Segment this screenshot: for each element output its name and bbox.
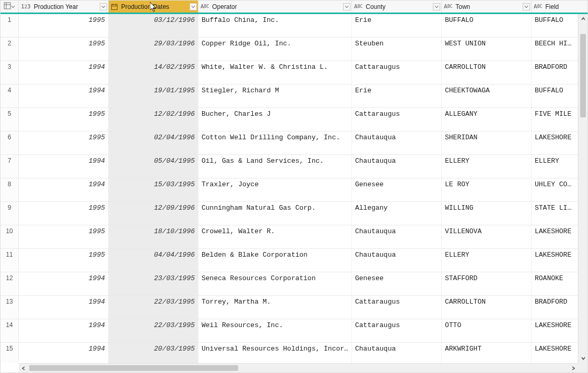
cell-field[interactable]: LAKESHORE bbox=[532, 319, 578, 342]
scroll-up-arrow[interactable] bbox=[579, 14, 587, 23]
cell-county[interactable]: Cattaraugus bbox=[352, 296, 442, 319]
cell-operator[interactable]: Bucher, Charles J bbox=[198, 108, 352, 131]
cell-town[interactable]: CARROLLTON bbox=[442, 61, 532, 84]
column-header-operator[interactable]: ABC Operator bbox=[198, 1, 352, 13]
cell-town[interactable]: WILLING bbox=[442, 202, 532, 225]
row-number[interactable]: 12 bbox=[1, 272, 19, 295]
table-row[interactable]: 2199529/03/1996Copper Ridge Oil, Inc.Ste… bbox=[1, 38, 578, 61]
cell-production_year[interactable]: 1995 bbox=[19, 131, 109, 154]
cell-town[interactable]: ELLERY bbox=[442, 155, 532, 178]
cell-town[interactable]: WEST UNION bbox=[442, 38, 532, 61]
cell-production_dates[interactable]: 18/10/1996 bbox=[109, 225, 198, 248]
scroll-thumb[interactable] bbox=[580, 34, 586, 117]
cell-county[interactable]: Genesee bbox=[352, 178, 442, 201]
row-number[interactable]: 6 bbox=[1, 131, 19, 154]
cell-production_year[interactable]: 1995 bbox=[19, 225, 109, 248]
cell-field[interactable]: BUFFALO bbox=[532, 85, 578, 107]
cell-operator[interactable]: Universal Resources Holdings, Incorp… bbox=[198, 343, 352, 363]
cell-field[interactable]: LAKESHORE bbox=[532, 249, 578, 272]
scroll-track[interactable] bbox=[29, 365, 568, 371]
cell-town[interactable]: STAFFORD bbox=[442, 272, 532, 295]
cell-town[interactable]: VILLENOVA bbox=[442, 225, 532, 248]
cell-town[interactable]: BUFFALO bbox=[442, 14, 532, 37]
column-filter-dropdown[interactable] bbox=[190, 3, 197, 10]
cell-town[interactable]: SHERIDAN bbox=[442, 131, 532, 154]
cell-county[interactable]: Cattaraugus bbox=[352, 61, 442, 84]
cell-production_dates[interactable]: 15/03/1995 bbox=[109, 178, 198, 201]
cell-production_dates[interactable]: 04/04/1996 bbox=[109, 249, 198, 272]
column-header-town[interactable]: ABC Town bbox=[442, 1, 532, 13]
cell-county[interactable]: Chautauqua bbox=[352, 343, 442, 363]
cell-field[interactable]: STATE LINE bbox=[532, 202, 578, 225]
table-row[interactable]: 7199405/04/1995Oil, Gas & Land Services,… bbox=[1, 155, 578, 178]
cell-operator[interactable]: Torrey, Martha M. bbox=[198, 296, 352, 319]
column-filter-dropdown[interactable] bbox=[100, 3, 107, 10]
cell-operator[interactable]: Weil Resources, Inc. bbox=[198, 319, 352, 342]
cell-county[interactable]: Chautauqua bbox=[352, 155, 442, 178]
column-filter-dropdown[interactable] bbox=[523, 3, 530, 10]
row-header-corner[interactable] bbox=[1, 1, 19, 13]
cell-field[interactable]: BRADFORD bbox=[532, 61, 578, 84]
row-number[interactable]: 8 bbox=[1, 178, 19, 201]
cell-production_dates[interactable]: 23/03/1995 bbox=[109, 272, 198, 295]
cell-county[interactable]: Steuben bbox=[352, 38, 442, 61]
table-row[interactable]: 13199422/03/1995Torrey, Martha M.Cattara… bbox=[1, 296, 578, 319]
cell-production_dates[interactable]: 20/03/1995 bbox=[109, 343, 198, 363]
cell-town[interactable]: ALLEGANY bbox=[442, 108, 532, 131]
row-number[interactable]: 1 bbox=[1, 14, 19, 37]
cell-operator[interactable]: Crowell, Walter R. bbox=[198, 225, 352, 248]
cell-production_dates[interactable]: 19/01/1995 bbox=[109, 85, 198, 107]
cell-field[interactable]: LAKESHORE bbox=[532, 131, 578, 154]
cell-town[interactable]: CARROLLTON bbox=[442, 296, 532, 319]
vertical-scrollbar[interactable] bbox=[578, 14, 587, 363]
cell-production_dates[interactable]: 12/02/1996 bbox=[109, 108, 198, 131]
scroll-thumb[interactable] bbox=[29, 365, 238, 371]
cell-production_year[interactable]: 1994 bbox=[19, 178, 109, 201]
row-number[interactable]: 9 bbox=[1, 202, 19, 225]
row-number[interactable]: 14 bbox=[1, 319, 19, 342]
cell-field[interactable]: FIVE MILE bbox=[532, 108, 578, 131]
scroll-right-arrow[interactable] bbox=[569, 364, 578, 372]
cell-county[interactable]: Erie bbox=[352, 14, 442, 37]
table-row[interactable]: 14199422/03/1995Weil Resources, Inc.Catt… bbox=[1, 319, 578, 343]
cell-production_year[interactable]: 1995 bbox=[19, 202, 109, 225]
cell-operator[interactable]: Buffalo China, Inc. bbox=[198, 14, 352, 37]
cell-production_year[interactable]: 1995 bbox=[19, 249, 109, 272]
table-row[interactable]: 6199502/04/1996Cotton Well Drilling Comp… bbox=[1, 131, 578, 155]
column-header-production-dates[interactable]: Production Dates bbox=[109, 1, 198, 13]
table-options-dropdown[interactable] bbox=[11, 3, 15, 10]
cell-field[interactable]: LAKESHORE bbox=[532, 225, 578, 248]
table-row[interactable]: 4199419/01/1995Stiegler, Richard MErieCH… bbox=[1, 85, 578, 108]
cell-production_year[interactable]: 1995 bbox=[19, 108, 109, 131]
cell-field[interactable]: BEECH HILL bbox=[532, 38, 578, 61]
table-row[interactable]: 15199420/03/1995Universal Resources Hold… bbox=[1, 343, 578, 363]
cell-production_dates[interactable]: 14/02/1995 bbox=[109, 61, 198, 84]
cell-operator[interactable]: Cotton Well Drilling Company, Inc. bbox=[198, 131, 352, 154]
table-row[interactable]: 8199415/03/1995Traxler, JoyceGeneseeLE R… bbox=[1, 178, 578, 202]
cell-production_year[interactable]: 1994 bbox=[19, 85, 109, 107]
cell-county[interactable]: Cattaraugus bbox=[352, 319, 442, 342]
cell-field[interactable]: LAKESHORE bbox=[532, 343, 578, 363]
cell-town[interactable]: ELLERY bbox=[442, 249, 532, 272]
cell-production_dates[interactable]: 03/12/1996 bbox=[109, 14, 198, 37]
cell-town[interactable]: OTTO bbox=[442, 319, 532, 342]
cell-county[interactable]: Chautauqua bbox=[352, 225, 442, 248]
cell-production_year[interactable]: 1994 bbox=[19, 272, 109, 295]
cell-county[interactable]: Erie bbox=[352, 85, 442, 107]
cell-production_year[interactable]: 1995 bbox=[19, 14, 109, 37]
cell-production_year[interactable]: 1994 bbox=[19, 319, 109, 342]
column-header-county[interactable]: ABC County bbox=[352, 1, 442, 13]
cell-field[interactable]: UHLEY CORN bbox=[532, 178, 578, 201]
cell-county[interactable]: Allegany bbox=[352, 202, 442, 225]
scroll-left-arrow[interactable] bbox=[19, 364, 28, 372]
cell-field[interactable]: ELLERY bbox=[532, 155, 578, 178]
column-filter-dropdown[interactable] bbox=[433, 3, 440, 10]
row-number[interactable]: 15 bbox=[1, 343, 19, 363]
row-number[interactable]: 7 bbox=[1, 155, 19, 178]
row-number[interactable]: 13 bbox=[1, 296, 19, 319]
row-number[interactable]: 2 bbox=[1, 38, 19, 61]
cell-operator[interactable]: Cunningham Natural Gas Corp. bbox=[198, 202, 352, 225]
table-row[interactable]: 9199512/09/1996Cunningham Natural Gas Co… bbox=[1, 202, 578, 225]
row-number[interactable]: 11 bbox=[1, 249, 19, 272]
cell-county[interactable]: Chautauqua bbox=[352, 131, 442, 154]
